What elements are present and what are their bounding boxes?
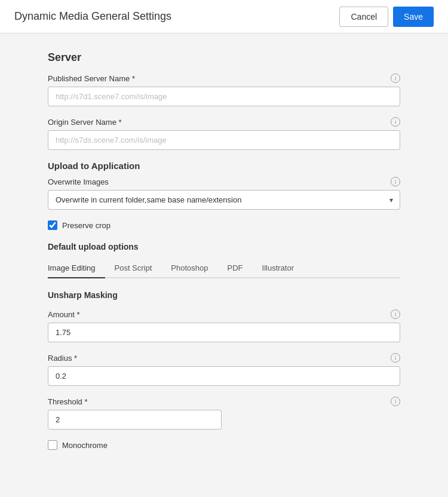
threshold-label-row: Threshold * i	[48, 397, 400, 406]
tab-photoshop[interactable]: Photoshop	[161, 259, 217, 278]
preserve-crop-checkbox[interactable]	[48, 220, 57, 230]
threshold-field: Threshold * i 2	[48, 397, 400, 429]
threshold-label: Threshold *	[48, 397, 87, 406]
save-button[interactable]: Save	[393, 7, 434, 27]
monochrome-checkbox[interactable]	[48, 440, 57, 450]
unsharp-masking-section: Unsharp Masking Amount * i 1.75 Radius *…	[48, 290, 400, 450]
origin-server-name-label-row: Origin Server Name * i	[48, 117, 400, 127]
overwrite-images-info-icon: i	[391, 177, 400, 186]
radius-input[interactable]: 0.2	[48, 366, 400, 386]
radius-label-row: Radius * i	[48, 353, 400, 363]
tab-illustrator[interactable]: Illustrator	[253, 259, 303, 278]
unsharp-masking-title: Unsharp Masking	[48, 290, 400, 300]
tab-pdf[interactable]: PDF	[218, 259, 253, 278]
published-server-name-label: Published Server Name *	[48, 74, 135, 83]
overwrite-images-select[interactable]: Overwrite in current folder,same base na…	[48, 190, 400, 210]
tab-post-script[interactable]: Post Script	[105, 259, 162, 278]
threshold-input[interactable]: 2	[48, 410, 222, 429]
overwrite-images-select-wrapper: Overwrite in current folder,same base na…	[48, 190, 400, 210]
published-server-name-field: Published Server Name * i	[48, 73, 400, 106]
radius-info-icon: i	[391, 353, 400, 363]
preserve-crop-row: Preserve crop	[48, 220, 400, 230]
origin-server-name-info-icon: i	[391, 117, 400, 127]
radius-label: Radius *	[48, 354, 77, 363]
overwrite-images-field: Overwrite Images i Overwrite in current …	[48, 177, 400, 210]
overwrite-images-label-row: Overwrite Images i	[48, 177, 400, 186]
published-server-name-input[interactable]	[48, 87, 400, 106]
published-server-name-info-icon: i	[391, 73, 400, 83]
amount-label: Amount *	[48, 310, 79, 319]
monochrome-label[interactable]: Monochrome	[62, 441, 108, 450]
overwrite-images-label: Overwrite Images	[48, 177, 109, 186]
origin-server-name-field: Origin Server Name * i	[48, 117, 400, 150]
main-content: Server Published Server Name * i Origin …	[0, 33, 448, 468]
origin-server-name-input[interactable]	[48, 130, 400, 150]
upload-options-tabs: Image Editing Post Script Photoshop PDF …	[48, 259, 400, 278]
default-upload-options-title: Default upload options	[48, 242, 400, 251]
tab-image-editing[interactable]: Image Editing	[48, 259, 105, 278]
page-header: Dynamic Media General Settings Cancel Sa…	[0, 0, 448, 33]
amount-input[interactable]: 1.75	[48, 323, 400, 342]
amount-label-row: Amount * i	[48, 309, 400, 319]
origin-server-name-label: Origin Server Name *	[48, 118, 122, 127]
header-actions: Cancel Save	[339, 7, 434, 27]
amount-field: Amount * i 1.75	[48, 309, 400, 342]
server-section-title: Server	[48, 51, 400, 64]
radius-field: Radius * i 0.2	[48, 353, 400, 386]
cancel-button[interactable]: Cancel	[339, 7, 388, 27]
monochrome-row: Monochrome	[48, 440, 400, 450]
upload-to-application-title: Upload to Application	[48, 161, 400, 171]
page-title: Dynamic Media General Settings	[14, 10, 171, 23]
threshold-info-icon: i	[391, 397, 400, 406]
amount-info-icon: i	[391, 309, 400, 319]
published-server-name-label-row: Published Server Name * i	[48, 73, 400, 83]
preserve-crop-label[interactable]: Preserve crop	[62, 221, 111, 230]
